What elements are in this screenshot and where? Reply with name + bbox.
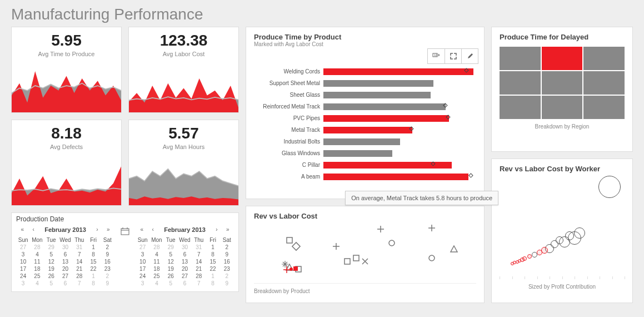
calendar-day[interactable]: 2 [220,244,234,251]
calendar-day[interactable]: 4 [30,251,44,258]
breadcrumb[interactable]: Sized by Profit Contribution [500,284,625,290]
heatmap-cell[interactable] [542,71,583,95]
edit-button[interactable] [461,49,478,63]
next-year-button[interactable]: » [223,225,232,234]
calendar-day[interactable]: 21 [72,265,86,273]
calendar-day[interactable]: 17 [16,265,30,273]
delayed-panel[interactable]: Produce Time for Delayed Breakdown by Re… [491,27,633,152]
calendar-day[interactable]: 5 [44,280,58,287]
calendar-day[interactable]: 2 [101,273,114,280]
data-label-button[interactable]: 12 [428,49,445,63]
calendar-day[interactable]: 16 [220,258,234,265]
heatmap-cell[interactable] [542,47,583,70]
calendar-day[interactable]: 15 [86,258,100,265]
calendar-day[interactable]: 14 [192,258,206,265]
calendar-day[interactable]: 5 [44,251,58,258]
calendar-day[interactable]: 11 [30,258,44,265]
calendar-day[interactable]: 31 [192,244,206,251]
calendar-day[interactable]: 12 [164,258,178,265]
calendar-day[interactable]: 24 [136,273,149,280]
calendar-day[interactable]: 30 [178,244,192,251]
calendar-day[interactable]: 28 [30,244,44,251]
calendar-day[interactable]: 2 [220,273,234,280]
calendar-day[interactable]: 18 [30,265,44,273]
calendar-day[interactable]: 4 [30,280,44,287]
calendar-day[interactable]: 5 [164,251,178,258]
heatmap-cell[interactable] [583,47,625,70]
calendar-day[interactable]: 8 [86,280,100,287]
breadcrumb[interactable]: Breakdown by Product [254,288,476,294]
calendar-day[interactable]: 12 [44,258,58,265]
bar-row[interactable]: Glass Windows [254,148,476,158]
calendar-day[interactable]: 26 [44,273,58,280]
calendar-day[interactable]: 29 [164,244,178,251]
calendar-day[interactable]: 22 [206,265,219,273]
calendar-day[interactable]: 19 [44,265,58,273]
next-month-button[interactable]: › [93,225,102,234]
calendar-day[interactable]: 3 [16,280,30,287]
bar-row[interactable]: Sheet Glass [254,90,476,100]
calendar-day[interactable]: 10 [136,258,149,265]
produce-time-panel[interactable]: Produce Time by Product Marked with Avg … [246,27,485,199]
scatter-point[interactable] [387,239,396,250]
bar-row[interactable]: C Pillar [254,160,476,170]
calendar-day[interactable]: 3 [136,251,149,258]
scatter-point[interactable] [332,242,341,253]
calendar-day[interactable]: 22 [86,265,100,273]
calendar-day[interactable]: 20 [178,265,192,273]
calendar-day[interactable]: 28 [149,244,163,251]
calendar-day[interactable]: 7 [192,251,206,258]
calendar-day[interactable]: 6 [178,280,192,287]
calendar-day[interactable]: 27 [136,244,149,251]
scatter-point[interactable] [361,257,370,268]
calendar-day[interactable]: 25 [30,273,44,280]
calendar-day[interactable]: 1 [206,273,219,280]
calendar-day[interactable]: 27 [58,273,72,280]
heatmap-cell[interactable] [500,47,541,70]
kpi-avg-time[interactable]: 5.95 Avg Time to Produce [11,27,122,113]
calendar-day[interactable]: 31 [72,244,86,251]
calendar-day[interactable]: 6 [58,280,72,287]
month-label[interactable]: February 2013 [159,226,210,233]
calendar-day[interactable]: 15 [206,258,219,265]
calendar-day[interactable]: 14 [72,258,86,265]
heatmap-cell[interactable] [542,96,583,119]
calendar-day[interactable]: 30 [58,244,72,251]
bar-row[interactable]: A beam [254,171,476,182]
kpi-avg-manhours[interactable]: 5.57 Avg Man Hours [128,120,239,206]
calendar-day[interactable]: 7 [72,251,86,258]
rev-vs-labor-panel[interactable]: Rev vs Labor Cost Breakdown by Product [246,206,485,303]
prev-month-button[interactable]: ‹ [148,225,157,234]
bubble-point[interactable] [598,176,621,198]
calendar-day[interactable]: 26 [164,273,178,280]
calendar-day[interactable]: 7 [72,280,86,287]
calendar-day[interactable]: 28 [192,273,206,280]
calendar-day[interactable]: 8 [206,251,219,258]
heatmap-cell[interactable] [583,71,625,95]
calendar-day[interactable]: 9 [220,251,234,258]
calendar-day[interactable]: 11 [149,258,163,265]
prev-year-button[interactable]: « [137,225,146,234]
scatter-point[interactable] [292,242,301,253]
calendar-day[interactable]: 5 [164,280,178,287]
prev-month-button[interactable]: ‹ [29,225,38,234]
calendar-day[interactable]: 3 [136,280,149,287]
scatter-point[interactable] [427,254,436,265]
calendar-day[interactable]: 10 [16,258,30,265]
bar-row[interactable]: PVC Pipes [254,113,476,123]
calendar-day[interactable]: 16 [101,258,114,265]
calendar-day[interactable]: 2 [101,244,114,251]
month-label[interactable]: February 2013 [40,226,91,233]
calendar-day[interactable]: 19 [164,265,178,273]
bubble-point[interactable] [511,262,514,265]
calendar-day[interactable]: 9 [101,251,114,258]
calendar-day[interactable]: 21 [192,265,206,273]
worker-panel[interactable]: Rev vs Labor Cost by Worker Sized by Pro… [491,158,633,303]
calendar-day[interactable]: 20 [58,265,72,273]
calendar-day[interactable]: 13 [178,258,192,265]
prev-year-button[interactable]: « [18,225,27,234]
calendar-day[interactable]: 4 [149,251,163,258]
calendar-day[interactable]: 28 [72,273,86,280]
calendar-day[interactable]: 24 [16,273,30,280]
calendar-range-icon[interactable] [120,226,130,236]
